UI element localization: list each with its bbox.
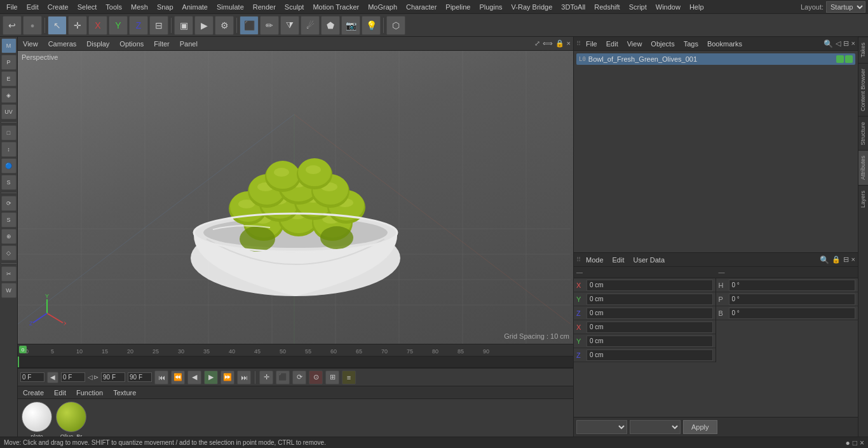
mode-point[interactable]: P	[1, 55, 17, 70]
vtab-structure[interactable]: Structure	[858, 116, 868, 151]
viewport-expand-icon[interactable]: ⤢	[534, 39, 540, 48]
objects-edit-btn[interactable]: Edit	[602, 39, 622, 49]
step-forward-button[interactable]: ⏩	[220, 370, 234, 384]
rotate-x-button[interactable]: X	[88, 16, 107, 35]
tool-extrude[interactable]: ⊕	[1, 229, 17, 244]
menu-3dtoall[interactable]: 3DToAll	[557, 2, 589, 12]
vtab-layers[interactable]: Layers	[858, 185, 868, 213]
mode-uv[interactable]: UV	[1, 104, 17, 119]
viewport-lock-icon[interactable]: 🔒	[555, 39, 564, 48]
jump-end-button[interactable]: ⏭	[237, 370, 251, 384]
objects-layout-icon[interactable]: ⊟	[843, 39, 849, 48]
objects-view-btn[interactable]: View	[623, 39, 646, 49]
objects-list[interactable]: L0 Bowl_of_Fresh_Green_Olives_001	[574, 51, 858, 252]
viewport-menu-display[interactable]: Display	[84, 39, 112, 49]
viewport-menu-cameras[interactable]: Cameras	[46, 39, 79, 49]
attrs-search-icon[interactable]: 🔍	[820, 255, 829, 264]
status-close-btn[interactable]: ×	[860, 438, 864, 447]
tool-smooth[interactable]: S	[1, 175, 17, 190]
objects-collapse-icon[interactable]: ◁	[836, 39, 841, 48]
z-size-input[interactable]	[587, 350, 713, 361]
material-header-function[interactable]: Function	[74, 389, 105, 397]
menu-motion-tracker[interactable]: Motion Tracker	[309, 2, 363, 12]
mode-edge[interactable]: E	[1, 71, 17, 86]
menu-script[interactable]: Script	[625, 2, 651, 12]
tool-box[interactable]: □	[1, 125, 17, 140]
status-square-btn[interactable]: □	[853, 438, 857, 447]
menu-edit[interactable]: Edit	[23, 2, 43, 12]
material-header-texture[interactable]: Texture	[111, 389, 139, 397]
landscape-button[interactable]: ⬟	[321, 16, 340, 35]
camera-button[interactable]: 📷	[341, 16, 360, 35]
menu-mesh[interactable]: Mesh	[127, 2, 152, 12]
menu-character[interactable]: Character	[402, 2, 440, 12]
frame-step-back[interactable]: ◀	[47, 372, 58, 383]
objects-search-icon[interactable]: 🔍	[824, 39, 833, 48]
menu-animate[interactable]: Animate	[179, 2, 212, 12]
play-back-button[interactable]: ◀	[187, 370, 201, 384]
objects-file-btn[interactable]: File	[582, 39, 601, 49]
timeline-ruler[interactable]: 0 0 5 10 15 20 25 30 35 40 45 50 55 60 6…	[18, 344, 573, 356]
current-frame-input[interactable]	[20, 372, 44, 382]
menu-tools[interactable]: Tools	[102, 2, 126, 12]
y-pos-input[interactable]	[587, 294, 713, 305]
viewport-mode-btn[interactable]: ⬡	[386, 16, 405, 35]
deformer-button[interactable]: ☄	[301, 16, 320, 35]
layout-select[interactable]: Startup	[826, 1, 865, 13]
attrs-close-icon[interactable]: ×	[851, 255, 855, 264]
coord-world-select[interactable]: World	[576, 420, 627, 434]
viewport-3d[interactable]: Perspective Grid Spacing : 10 cm X Y Z	[18, 51, 573, 344]
viewport-menu-options[interactable]: Options	[117, 39, 146, 49]
menu-select[interactable]: Select	[74, 2, 101, 12]
material-header-edit[interactable]: Edit	[51, 389, 69, 397]
viewport-menu-filter[interactable]: Filter	[151, 39, 172, 49]
tool-bevel[interactable]: ◇	[1, 245, 17, 261]
render-settings-button[interactable]: ⚙	[215, 16, 234, 35]
menu-pipeline[interactable]: Pipeline	[442, 2, 474, 12]
cube-button[interactable]: ⬛	[240, 16, 259, 35]
apply-button[interactable]: Apply	[683, 420, 717, 434]
viewport-menu-view[interactable]: View	[20, 39, 41, 49]
vtab-content-browser[interactable]: Content Browser	[858, 63, 868, 116]
viewport-arrows-icon[interactable]: ⟺	[543, 39, 553, 48]
menu-create[interactable]: Create	[44, 2, 72, 12]
nurbs-button[interactable]: ⧩	[280, 16, 299, 35]
coord-scale-select[interactable]: Scale	[630, 420, 681, 434]
menu-mograph[interactable]: MoGraph	[364, 2, 401, 12]
end-frame-input[interactable]	[101, 372, 125, 382]
attrs-mode-btn[interactable]: Mode	[582, 255, 607, 265]
menu-vray[interactable]: V-Ray Bridge	[508, 2, 557, 12]
menu-render[interactable]: Render	[249, 2, 280, 12]
play-forward-button[interactable]: ▶	[204, 370, 218, 384]
p-input[interactable]	[729, 294, 856, 305]
menu-help[interactable]: Help	[686, 2, 708, 12]
menu-redshift[interactable]: Redshift	[590, 2, 623, 12]
scale-button[interactable]: Z	[129, 16, 148, 35]
menu-simulate[interactable]: Simulate	[213, 2, 248, 12]
x-pos-input[interactable]	[587, 280, 713, 291]
keyframe-record-button[interactable]: ⊙	[309, 370, 323, 384]
menu-file[interactable]: File	[3, 2, 22, 12]
jump-start-button[interactable]: ⏮	[154, 370, 168, 384]
tool-move[interactable]: ↕	[1, 142, 17, 157]
keyframe-rotate-button[interactable]: ⟳	[292, 370, 306, 384]
select-tool-button[interactable]: ↖	[48, 16, 67, 35]
frame-prev-btn[interactable]: ◁	[88, 374, 93, 381]
undo-button[interactable]: ↩	[3, 16, 22, 35]
light-button[interactable]: 💡	[362, 16, 381, 35]
render-region-button[interactable]: ▣	[174, 16, 193, 35]
keyframe-move-button[interactable]: ✛	[259, 370, 273, 384]
spline-button[interactable]: ✏	[260, 16, 279, 35]
material-header-create[interactable]: Create	[20, 389, 46, 397]
timeline-track[interactable]	[18, 356, 573, 368]
viewport-close-icon[interactable]: ×	[567, 39, 571, 48]
material-item-olive[interactable]: Olive_Br	[56, 402, 86, 437]
rotate-y-button[interactable]: Y	[109, 16, 128, 35]
menu-plugins[interactable]: Plugins	[475, 2, 506, 12]
table-row[interactable]: L0 Bowl_of_Fresh_Green_Olives_001	[576, 53, 855, 65]
objects-objects-btn[interactable]: Objects	[647, 39, 678, 49]
menu-snap[interactable]: Snap	[153, 2, 177, 12]
vtab-attributes[interactable]: Attributes	[858, 150, 868, 185]
obj-green-indicator2[interactable]	[845, 55, 853, 63]
y-size-input[interactable]	[587, 336, 713, 347]
